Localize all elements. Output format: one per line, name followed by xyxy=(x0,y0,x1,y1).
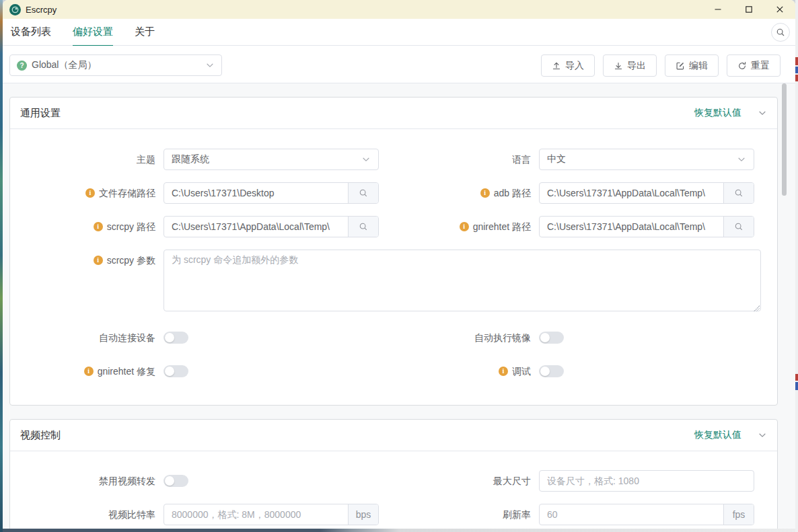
minimize-icon[interactable] xyxy=(702,0,733,19)
debug-toggle[interactable] xyxy=(539,365,564,377)
adb-path-input[interactable] xyxy=(540,183,723,203)
fps-unit: fps xyxy=(723,504,754,525)
toggle-knob xyxy=(540,367,550,376)
form-row: ignirehtet 修复 i调试 xyxy=(10,363,761,379)
section-body: 主题 跟随系统 语言 中文 xyxy=(10,129,777,405)
window-title: Escrcpy xyxy=(26,5,57,15)
restore-defaults-link[interactable]: 恢复默认值 xyxy=(694,107,741,119)
scope-select[interactable]: ? Global（全局） xyxy=(9,54,222,76)
file-path-input[interactable] xyxy=(164,183,348,203)
gnirehtet-path-input[interactable] xyxy=(540,217,723,237)
scrcpy-path-input-group xyxy=(164,216,379,237)
search-button[interactable] xyxy=(771,23,790,42)
collapse-chevron-icon[interactable] xyxy=(758,430,767,440)
gnirehtet-fix-toggle[interactable] xyxy=(164,365,188,377)
search-icon xyxy=(776,28,785,37)
desktop-artifact xyxy=(795,57,798,65)
scrcpy-args-wrap xyxy=(164,250,761,313)
toggle-knob xyxy=(165,333,174,342)
file-path-input-group xyxy=(164,182,379,204)
bitrate-unit: bps xyxy=(348,504,378,525)
edit-button-label: 编辑 xyxy=(689,60,708,72)
close-icon[interactable] xyxy=(764,0,795,19)
edit-icon xyxy=(676,61,685,71)
window-controls xyxy=(702,0,795,19)
auto-connect-label: 自动连接设备 xyxy=(10,331,164,344)
reset-button-label: 重置 xyxy=(751,60,770,72)
fps-input[interactable] xyxy=(540,504,723,525)
desktop-edge-right xyxy=(795,0,798,532)
disable-video-toggle[interactable] xyxy=(164,475,188,487)
section-title: 通用设置 xyxy=(20,107,694,120)
bitrate-label: 视频比特率 xyxy=(10,508,164,521)
bitrate-input[interactable] xyxy=(164,504,348,525)
tab-device-list[interactable]: 设备列表 xyxy=(11,19,51,46)
section-body: 禁用视频转发 最大尺寸 视频比特率 xyxy=(10,451,777,529)
auto-mirror-label: 自动执行镜像 xyxy=(386,331,539,344)
app-logo-icon xyxy=(9,4,21,15)
gnirehtet-path-input-group xyxy=(539,216,754,237)
bitrate-input-group: bps xyxy=(164,504,379,525)
browse-gnirehtet-path-button[interactable] xyxy=(723,217,754,237)
info-icon: i xyxy=(84,367,94,376)
section-title: 视频控制 xyxy=(20,429,694,442)
edit-button[interactable]: 编辑 xyxy=(665,54,719,77)
desktop-artifact xyxy=(795,382,798,390)
info-icon: i xyxy=(499,367,508,376)
browse-file-path-button[interactable] xyxy=(348,183,378,203)
auto-mirror-toggle[interactable] xyxy=(539,332,564,344)
browse-adb-path-button[interactable] xyxy=(723,183,754,203)
chevron-down-icon xyxy=(361,155,371,164)
scope-select-value: Global（全局） xyxy=(32,59,205,71)
scrcpy-path-input[interactable] xyxy=(164,217,348,237)
adb-path-input-group xyxy=(539,182,754,204)
window-bottom-edge xyxy=(3,529,795,532)
tab-about[interactable]: 关于 xyxy=(135,19,155,46)
form-row: 自动连接设备 自动执行镜像 xyxy=(10,330,761,346)
desktop-artifact xyxy=(795,67,798,73)
question-icon: ? xyxy=(17,61,27,71)
info-icon: i xyxy=(85,188,95,198)
search-icon xyxy=(359,188,368,198)
section-header[interactable]: 视频控制 恢复默认值 xyxy=(10,420,777,451)
preferences-toolbar: ? Global（全局） 导入 导出 编辑 xyxy=(3,46,795,83)
form-row: iscrcpy 路径 ignirehtet 路径 xyxy=(10,216,761,237)
form-row: 视频比特率 bps 刷新率 fps xyxy=(10,504,761,525)
language-select[interactable]: 中文 xyxy=(539,149,754,170)
max-size-label: 最大尺寸 xyxy=(386,474,539,488)
max-size-input[interactable] xyxy=(540,471,754,491)
form-row: i文件存储路径 iadb 路径 xyxy=(10,182,761,204)
scrcpy-args-label: iscrcpy 参数 xyxy=(10,254,164,267)
resize-handle[interactable] xyxy=(754,305,760,311)
gnirehtet-fix-label: ignirehtet 修复 xyxy=(10,365,164,378)
tab-bar: 设备列表 偏好设置 关于 xyxy=(3,19,795,46)
reset-button[interactable]: 重置 xyxy=(727,54,781,77)
tab-preferences[interactable]: 偏好设置 xyxy=(73,19,113,46)
collapse-chevron-icon[interactable] xyxy=(758,108,767,118)
max-size-input-group xyxy=(539,470,754,492)
export-button-label: 导出 xyxy=(627,60,646,72)
info-icon: i xyxy=(480,188,490,198)
restore-defaults-link[interactable]: 恢复默认值 xyxy=(694,429,741,441)
maximize-icon[interactable] xyxy=(733,0,764,19)
upload-icon xyxy=(552,61,561,71)
app-window: Escrcpy 设备列表 偏好设置 关于 xyxy=(3,0,795,532)
tab-label: 关于 xyxy=(135,26,155,38)
section-header[interactable]: 通用设置 恢复默认值 xyxy=(10,98,777,129)
import-button[interactable]: 导入 xyxy=(541,54,595,77)
auto-connect-toggle[interactable] xyxy=(164,332,188,344)
chevron-down-icon xyxy=(205,61,215,70)
toolbar-buttons: 导入 导出 编辑 重置 xyxy=(541,54,781,77)
info-icon: i xyxy=(94,222,103,231)
theme-label: 主题 xyxy=(10,153,164,166)
refresh-icon xyxy=(737,61,747,71)
scrollbar-thumb[interactable] xyxy=(782,83,787,196)
theme-select[interactable]: 跟随系统 xyxy=(164,149,379,170)
adb-path-label: iadb 路径 xyxy=(386,186,539,200)
desktop-artifact xyxy=(795,75,798,81)
scrcpy-args-textarea[interactable] xyxy=(164,250,761,311)
export-button[interactable]: 导出 xyxy=(603,54,657,77)
browse-scrcpy-path-button[interactable] xyxy=(348,217,378,237)
form-row: 禁用视频转发 最大尺寸 xyxy=(10,470,761,492)
tab-label: 设备列表 xyxy=(11,26,51,38)
